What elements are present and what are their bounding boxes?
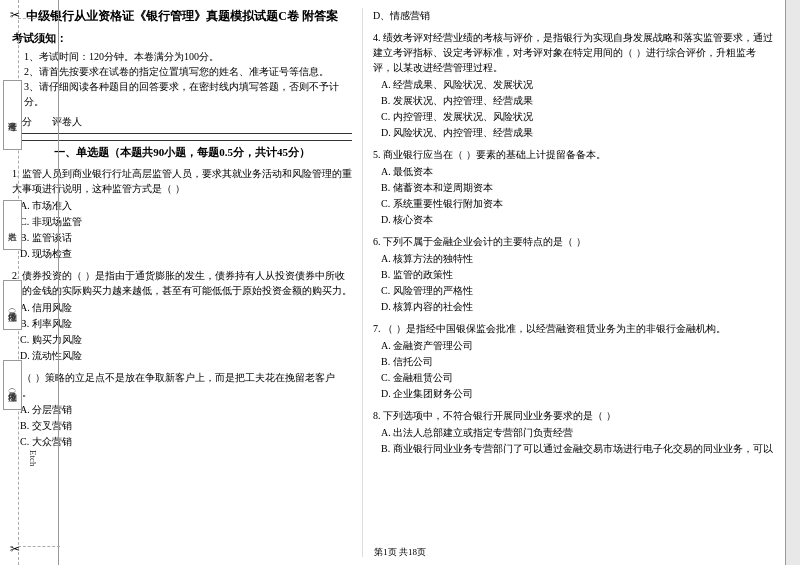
zuowei2-label: 座位（考场）	[3, 360, 22, 410]
question-4-text: 4. 绩效考评对经营业绩的考核与评价，是指银行为实现自身发展战略和落实监管要求，…	[373, 30, 773, 75]
notice-section: 考试须知： 1、考试时间：120分钟。本卷满分为100分。 2、请首先按要求在试…	[12, 31, 352, 109]
q8-options: A. 出法人总部建立或指定专营部门负责经营 B. 商业银行同业业务专营部门了可以…	[381, 425, 773, 457]
q7-options: A. 金融资产管理公司 B. 信托公司 C. 金融租赁公司 D. 企业集团财务公…	[381, 338, 773, 402]
question-1-text: 1. 监管人员到商业银行行址高层监管人员，要求其就业务活动和风险管理的重大事项进…	[12, 166, 352, 196]
xingming-label: 姓名	[3, 200, 22, 250]
notice-item-1: 1、考试时间：120分钟。本卷满分为100分。	[24, 49, 352, 64]
page-container: ✂ 准考证号 姓名 座位（考场） 座位（考场） Etch ✂	[0, 0, 800, 565]
cut-line-top	[18, 18, 60, 19]
question-3-text: 3. （ ）策略的立足点不是放在争取新客户上，而是把工夫花在挽留老客户上。	[12, 370, 352, 400]
q6-opt-b: B. 监管的政策性	[381, 267, 773, 283]
column-divider	[362, 8, 363, 557]
q7-number: 7.	[373, 323, 381, 334]
q5-opt-c: C. 系统重要性银行附加资本	[381, 196, 773, 212]
question-5: 5. 商业银行应当在（ ）要素的基础上计提留备备本。 A. 最低资本 B. 储蓄…	[373, 147, 773, 228]
q2-content: 债券投资的（ ）是指由于通货膨胀的发生，债券持有人从投资债券中所收到的金钱的实际…	[12, 270, 352, 296]
scissors-icon-bottom: ✂	[10, 542, 20, 557]
etch-text: Etch	[28, 450, 38, 467]
cut-line-bottom	[18, 546, 60, 547]
q7-opt-a: A. 金融资产管理公司	[381, 338, 773, 354]
question-2-text: 2. 债券投资的（ ）是指由于通货膨胀的发生，债券持有人从投资债券中所收到的金钱…	[12, 268, 352, 298]
q3-content: （ ）策略的立足点不是放在争取新客户上，而是把工夫花在挽留老客户上。	[12, 372, 335, 398]
q3-options: A. 分层营销 B. 交叉营销 C. 大众营销	[20, 402, 352, 450]
q5-opt-a: A. 最低资本	[381, 164, 773, 180]
q4-number: 4.	[373, 32, 381, 43]
question-3: 3. （ ）策略的立足点不是放在争取新客户上，而是把工夫花在挽留老客户上。 A.…	[12, 370, 352, 450]
q6-opt-a: A. 核算方法的独特性	[381, 251, 773, 267]
q7-opt-c: C. 金融租赁公司	[381, 370, 773, 386]
margin-line	[58, 0, 59, 565]
q7-opt-b: B. 信托公司	[381, 354, 773, 370]
kaoshi-label: 准考证号	[3, 80, 22, 150]
q3-opt-a: A. 分层营销	[20, 402, 352, 418]
q8-opt-a: A. 出法人总部建立或指定专营部门负责经营	[381, 425, 773, 441]
question-6-text: 6. 下列不属于金融企业会计的主要特点的是（ ）	[373, 234, 773, 249]
question-8-text: 8. 下列选项中，不符合银行开展同业业务要求的是（ ）	[373, 408, 773, 423]
q7-opt-d: D. 企业集团财务公司	[381, 386, 773, 402]
q6-opt-c: C. 风险管理的严格性	[381, 283, 773, 299]
q3-d-text: D、情感营销	[373, 10, 430, 21]
q2-opt-c: C. 购买力风险	[20, 332, 352, 348]
q8-content: 下列选项中，不符合银行开展同业业务要求的是（ ）	[383, 410, 616, 421]
q3-opt-c: C. 大众营销	[20, 434, 352, 450]
q5-opt-d: D. 核心资本	[381, 212, 773, 228]
q6-content: 下列不属于金融企业会计的主要特点的是（ ）	[383, 236, 586, 247]
q2-options: A. 信用风险 B. 利率风险 C. 购买力风险 D. 流动性风险	[20, 300, 352, 364]
question-5-text: 5. 商业银行应当在（ ）要素的基础上计提留备备本。	[373, 147, 773, 162]
q4-opt-b: B. 发展状况、内控管理、经营成果	[381, 93, 773, 109]
q5-opt-b: B. 储蓄资本和逆周期资本	[381, 180, 773, 196]
q2-opt-b: B. 利率风险	[20, 316, 352, 332]
left-margin: ✂ 准考证号 姓名 座位（考场） 座位（考场） Etch ✂	[0, 0, 60, 565]
page-footer: 第1页 共18页	[374, 546, 426, 559]
score-section: 得分 评卷人	[12, 115, 352, 134]
q1-opt-d: D. 现场检查	[20, 246, 352, 262]
question-7-text: 7. （ ）是指经中国银保监会批准，以经营融资租赁业务为主的非银行金融机构。	[373, 321, 773, 336]
scissors-icon-top: ✂	[10, 8, 20, 23]
q4-opt-c: C. 内控管理、发展状况、风险状况	[381, 109, 773, 125]
q5-number: 5.	[373, 149, 381, 160]
q3-opt-d-cont: D、情感营销	[373, 8, 773, 24]
q1-options: A. 市场准入 C. 非现场监管 B. 监管谈话 D. 现场检查	[20, 198, 352, 262]
notice-title: 考试须知：	[12, 31, 352, 46]
etch-label: Etch	[28, 450, 38, 467]
right-column: D、情感营销 4. 绩效考评对经营业绩的考核与评价，是指银行为实现自身发展战略和…	[373, 8, 773, 557]
q2-opt-d: D. 流动性风险	[20, 348, 352, 364]
q3-d: D、情感营销	[373, 8, 773, 24]
question-8: 8. 下列选项中，不符合银行开展同业业务要求的是（ ） A. 出法人总部建立或指…	[373, 408, 773, 457]
q1-opt-b: B. 监管谈话	[20, 230, 352, 246]
right-margin	[785, 0, 800, 565]
notice-item-3: 3、请仔细阅读各种题目的回答要求，在密封线内填写答题，否则不予计分。	[24, 79, 352, 109]
question-1: 1. 监管人员到商业银行行址高层监管人员，要求其就业务活动和风险管理的重大事项进…	[12, 166, 352, 262]
question-2: 2. 债券投资的（ ）是指由于通货膨胀的发生，债券持有人从投资债券中所收到的金钱…	[12, 268, 352, 364]
document-title: 中级银行从业资格证《银行管理》真题模拟试题C卷 附答案	[12, 8, 352, 25]
q4-opt-a: A. 经营成果、风险状况、发展状况	[381, 77, 773, 93]
question-7: 7. （ ）是指经中国银保监会批准，以经营融资租赁业务为主的非银行金融机构。 A…	[373, 321, 773, 402]
q8-opt-b: B. 商业银行同业业务专营部门了可以通过金融交易市场进行电子化交易的同业业务，可…	[381, 441, 773, 457]
q7-content: （ ）是指经中国银保监会批准，以经营融资租赁业务为主的非银行金融机构。	[383, 323, 726, 334]
q8-number: 8.	[373, 410, 381, 421]
q4-content: 绩效考评对经营业绩的考核与评价，是指银行为实现自身发展战略和落实监管要求，通过建…	[373, 32, 773, 73]
left-column: 中级银行从业资格证《银行管理》真题模拟试题C卷 附答案 考试须知： 1、考试时间…	[12, 8, 352, 557]
q6-options: A. 核算方法的独特性 B. 监管的政策性 C. 风险管理的严格性 D. 核算内…	[381, 251, 773, 315]
q1-content: 监管人员到商业银行行址高层监管人员，要求其就业务活动和风险管理的重大事项进行说明…	[12, 168, 352, 194]
main-content: 中级银行从业资格证《银行管理》真题模拟试题C卷 附答案 考试须知： 1、考试时间…	[0, 0, 785, 565]
q4-options: A. 经营成果、风险状况、发展状况 B. 发展状况、内控管理、经营成果 C. 内…	[381, 77, 773, 141]
q5-content: 商业银行应当在（ ）要素的基础上计提留备备本。	[383, 149, 606, 160]
notice-item-2: 2、请首先按要求在试卷的指定位置填写您的姓名、准考证号等信息。	[24, 64, 352, 79]
question-6: 6. 下列不属于金融企业会计的主要特点的是（ ） A. 核算方法的独特性 B. …	[373, 234, 773, 315]
q3-opt-b: B. 交叉营销	[20, 418, 352, 434]
q5-options: A. 最低资本 B. 储蓄资本和逆周期资本 C. 系统重要性银行附加资本 D. …	[381, 164, 773, 228]
q6-opt-d: D. 核算内容的社会性	[381, 299, 773, 315]
q2-opt-a: A. 信用风险	[20, 300, 352, 316]
zuowei-label: 座位（考场）	[3, 280, 22, 330]
q4-opt-d: D. 风险状况、内控管理、经营成果	[381, 125, 773, 141]
q6-number: 6.	[373, 236, 381, 247]
section1-header: 一、单选题（本题共90小题，每题0.5分，共计45分）	[12, 140, 352, 160]
q1-opt-a: A. 市场准入	[20, 198, 352, 214]
question-4: 4. 绩效考评对经营业绩的考核与评价，是指银行为实现自身发展战略和落实监管要求，…	[373, 30, 773, 141]
q1-opt-c: C. 非现场监管	[20, 214, 352, 230]
